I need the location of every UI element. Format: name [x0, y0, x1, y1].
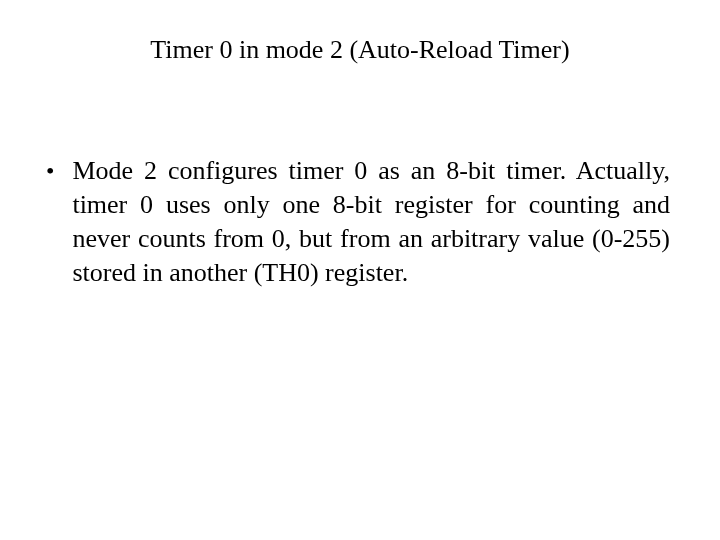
slide-body: • Mode 2 configures timer 0 as an 8-bit …: [44, 154, 670, 290]
bullet-marker-icon: •: [46, 154, 54, 188]
slide-title: Timer 0 in mode 2 (Auto-Reload Timer): [0, 34, 720, 65]
bullet-text: Mode 2 configures timer 0 as an 8-bit ti…: [72, 154, 670, 290]
slide: Timer 0 in mode 2 (Auto-Reload Timer) • …: [0, 0, 720, 540]
bullet-item: • Mode 2 configures timer 0 as an 8-bit …: [44, 154, 670, 290]
